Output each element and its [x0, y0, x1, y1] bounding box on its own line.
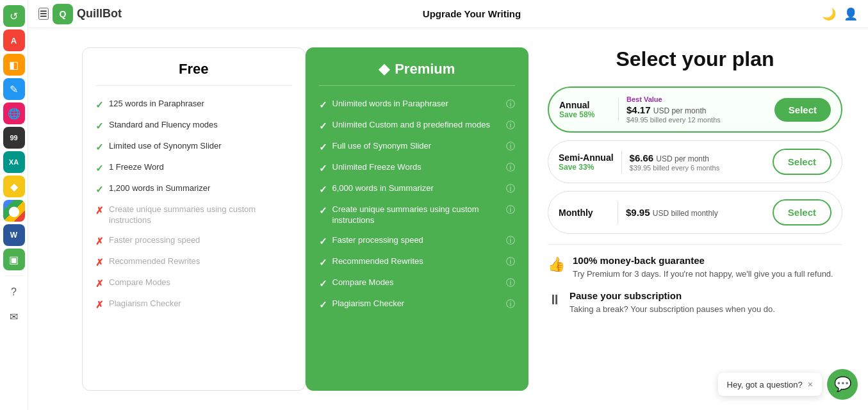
plans-comparison: Free ✓ 125 words in Paraphraser ✓ Standa…	[82, 47, 528, 391]
guarantee-description: Try Premium for 3 days. If you're not ha…	[573, 268, 833, 280]
premium-feature-text-6: Create unique summaries using custom ins…	[332, 204, 502, 226]
premium-feature-1: ✓ Unlimited words in Paraphraser ⓘ	[319, 99, 516, 111]
free-feature-text-6: Create unique summaries using custom ins…	[109, 204, 292, 226]
free-feature-text-8: Recommended Rewrites	[109, 256, 200, 267]
pcheck-icon-7: ✓	[319, 236, 327, 247]
sidebar-paraphraser[interactable]: ↺	[3, 5, 25, 27]
guarantee-section: 👍 100% money-back guarantee Try Premium …	[548, 255, 842, 280]
premium-feature-3: ✓ Full use of Synonym Slider ⓘ	[319, 141, 516, 153]
right-section: Select your plan Annual Save 58% Best Va…	[548, 47, 842, 391]
info-button-9[interactable]: ⓘ	[506, 277, 515, 289]
x-icon-8: ✗	[95, 257, 104, 268]
annual-price: Best Value $4.17 USD per month $49.95 bi…	[626, 95, 774, 124]
annual-divider	[618, 98, 619, 121]
topbar-actions: 🌙 👤	[822, 7, 858, 21]
info-button-3[interactable]: ⓘ	[506, 141, 515, 152]
main-content: Free ✓ 125 words in Paraphraser ✓ Standa…	[56, 28, 868, 410]
semi-annual-price: $6.66 USD per month $39.95 billed every …	[630, 152, 773, 172]
annual-select-button[interactable]: Select	[774, 98, 831, 122]
info-button-5[interactable]: ⓘ	[506, 183, 515, 195]
sidebar-grammar[interactable]: A	[3, 29, 25, 51]
info-button-1[interactable]: ⓘ	[506, 99, 515, 110]
free-feature-10: ✗ Plagiarism Checker	[95, 299, 292, 311]
annual-plan-name: Annual Save 58%	[559, 100, 610, 119]
premium-feature-text-8: Recommended Rewrites	[332, 256, 423, 267]
premium-feature-text-7: Faster processing speed	[332, 235, 423, 246]
monthly-plan-option[interactable]: Monthly $9.95 USD billed monthly Select	[548, 191, 842, 234]
pcheck-icon-4: ✓	[319, 163, 327, 174]
premium-feature-text-9: Compare Modes	[332, 277, 394, 288]
logo-icon: Q	[53, 4, 73, 24]
x-icon-10: ✗	[95, 299, 104, 311]
premium-feature-10: ✓ Plagiarism Checker ⓘ	[319, 299, 516, 311]
sidebar-translator[interactable]: 🌐	[3, 102, 25, 124]
free-features-list: ✓ 125 words in Paraphraser ✓ Standard an…	[95, 99, 292, 311]
info-button-4[interactable]: ⓘ	[506, 162, 515, 174]
logo: ☰ Q QuillBot	[38, 4, 122, 24]
pcheck-icon-8: ✓	[319, 257, 327, 268]
premium-plan-card: ◆ Premium ✓ Unlimited words in Paraphras…	[306, 47, 529, 391]
pcheck-icon-6: ✓	[319, 205, 327, 217]
free-plan-title: Free	[95, 61, 292, 86]
check-icon-5: ✓	[95, 184, 104, 195]
free-feature-text-10: Plagiarism Checker	[109, 299, 181, 309]
page-title: Upgrade Your Writing	[423, 8, 521, 19]
chat-bubble-button[interactable]: 💬	[827, 369, 858, 400]
info-button-7[interactable]: ⓘ	[506, 235, 515, 247]
sidebar-summarizer[interactable]: ◧	[3, 54, 25, 76]
sidebar-monitor[interactable]: ▣	[3, 249, 25, 270]
pcheck-icon-3: ✓	[319, 142, 327, 153]
free-feature-text-1: 125 words in Paraphraser	[109, 99, 204, 110]
info-button-8[interactable]: ⓘ	[506, 256, 515, 268]
free-feature-text-9: Compare Modes	[109, 277, 170, 288]
semi-annual-divider	[621, 151, 622, 174]
x-icon-7: ✗	[95, 236, 104, 247]
free-feature-5: ✓ 1,200 words in Summarizer	[95, 183, 292, 195]
check-icon-3: ✓	[95, 142, 104, 153]
pcheck-icon-1: ✓	[319, 99, 327, 111]
guarantee-text-block: 100% money-back guarantee Try Premium fo…	[573, 255, 833, 280]
dark-mode-button[interactable]: 🌙	[822, 7, 836, 21]
semi-annual-select-button[interactable]: Select	[773, 149, 831, 175]
free-feature-9: ✗ Compare Modes	[95, 277, 292, 290]
free-feature-text-7: Faster processing speed	[109, 235, 200, 246]
menu-button[interactable]: ☰	[38, 8, 49, 20]
x-icon-9: ✗	[95, 278, 104, 290]
pcheck-icon-10: ✓	[319, 299, 327, 311]
premium-feature-text-5: 6,000 words in Summarizer	[332, 183, 434, 194]
free-feature-3: ✓ Limited use of Synonym Slider	[95, 141, 292, 153]
free-plan-card: Free ✓ 125 words in Paraphraser ✓ Standa…	[82, 47, 306, 391]
sidebar-word[interactable]: W	[3, 224, 25, 246]
free-feature-text-5: 1,200 words in Summarizer	[109, 183, 210, 194]
chat-tooltip-close-button[interactable]: ×	[808, 379, 813, 390]
select-plan-title: Select your plan	[548, 47, 842, 71]
info-button-2[interactable]: ⓘ	[506, 120, 515, 131]
free-feature-1: ✓ 125 words in Paraphraser	[95, 99, 292, 111]
premium-feature-text-4: Unlimited Freeze Words	[332, 162, 422, 173]
thumbsup-icon: 👍	[548, 256, 565, 273]
sidebar-premium[interactable]: ◆	[3, 176, 25, 197]
info-button-10[interactable]: ⓘ	[506, 299, 515, 310]
sidebar-mail[interactable]: ✉	[3, 306, 25, 327]
user-button[interactable]: 👤	[844, 7, 858, 21]
premium-feature-6: ✓ Create unique summaries using custom i…	[319, 204, 516, 226]
sidebar-translator2[interactable]: XA	[3, 151, 25, 173]
semi-annual-plan-option[interactable]: Semi-Annual Save 33% $6.66 USD per month…	[548, 140, 842, 183]
pause-description: Taking a break? Your subscription pauses…	[569, 304, 775, 315]
premium-feature-9: ✓ Compare Modes ⓘ	[319, 277, 516, 290]
monthly-plan-name: Monthly	[559, 208, 610, 218]
info-button-6[interactable]: ⓘ	[506, 204, 515, 216]
free-feature-8: ✗ Recommended Rewrites	[95, 256, 292, 268]
monthly-price: $9.95 USD billed monthly	[626, 207, 773, 218]
sidebar-writer[interactable]: ✎	[3, 78, 25, 100]
sidebar-checker[interactable]: 99	[3, 127, 25, 149]
annual-plan-option[interactable]: Annual Save 58% Best Value $4.17 USD per…	[548, 86, 842, 133]
monthly-select-button[interactable]: Select	[773, 199, 831, 226]
guarantee-title: 100% money-back guarantee	[573, 255, 833, 266]
sidebar-chrome[interactable]: ⬤	[3, 200, 25, 222]
sidebar-help[interactable]: ?	[3, 281, 25, 303]
pause-section: ⏸ Pause your subscription Taking a break…	[548, 290, 842, 315]
topbar: ☰ Q QuillBot Upgrade Your Writing 🌙 👤	[28, 0, 868, 28]
free-feature-text-4: 1 Freeze Word	[109, 162, 164, 173]
premium-feature-8: ✓ Recommended Rewrites ⓘ	[319, 256, 516, 268]
